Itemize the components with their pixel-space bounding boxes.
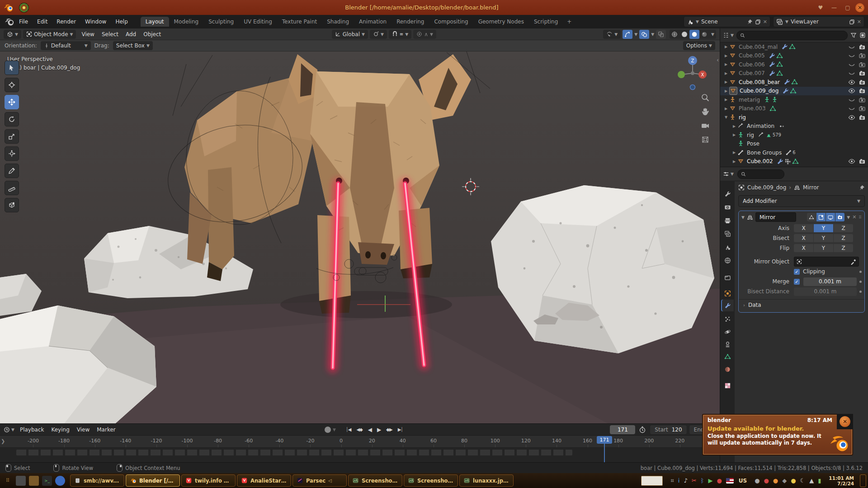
taskbar-window-analiestar-[interactable]: AnalieStar ... xyxy=(237,474,291,487)
transform-orientation-dropdown[interactable]: Global ▼ xyxy=(332,30,368,39)
menu-render[interactable]: Render xyxy=(52,19,80,25)
properties-tab-collection[interactable] xyxy=(721,272,734,283)
outliner-row-cube-007[interactable]: ▶Cube.007 xyxy=(720,69,868,78)
minimize-button[interactable]: — xyxy=(828,3,840,13)
camera-disabled-icon[interactable] xyxy=(859,52,866,59)
lock-indicator-icon[interactable]: ● xyxy=(755,477,760,484)
snap-dropdown[interactable]: ▼ xyxy=(370,30,387,39)
workspace-tab-animation[interactable]: Animation xyxy=(354,17,392,27)
blender-menu-icon[interactable] xyxy=(5,17,14,27)
proportional-editing-dropdown[interactable]: ∧ ▼ xyxy=(413,30,436,39)
display-mode-icon[interactable] xyxy=(859,32,866,38)
outliner-row-cube-004-mal[interactable]: ▶Cube.004_mal xyxy=(720,42,868,52)
modifier-extras-dropdown[interactable]: ▼ xyxy=(847,215,850,220)
disclosure-arrow-icon[interactable]: ▶ xyxy=(723,98,729,102)
timeline-menu-playback[interactable]: Playback xyxy=(16,427,48,433)
axis-z-button[interactable]: Z xyxy=(834,224,853,232)
camera-disabled-icon[interactable] xyxy=(859,61,866,68)
viewport-menu-select[interactable]: Select xyxy=(98,31,122,38)
eye-open-icon[interactable] xyxy=(848,79,855,86)
taskbar-window-lunaxxx-jpg-[interactable]: lunaxxx.jpg... xyxy=(459,474,514,487)
properties-tab-scene[interactable] xyxy=(721,241,734,253)
eye-open-icon[interactable] xyxy=(848,87,855,94)
taskbar-window-twily-info-[interactable]: twily.info ~... xyxy=(181,474,236,487)
gizmos-dropdown[interactable]: ▼ xyxy=(634,32,637,37)
data-subpanel-toggle[interactable]: › Data xyxy=(739,299,864,310)
taskbar-window-screenshot-[interactable]: Screenshot... xyxy=(348,474,402,487)
show-desktop-button[interactable] xyxy=(860,474,866,487)
current-frame-field[interactable]: 171 xyxy=(610,425,635,434)
menu-edit[interactable]: Edit xyxy=(33,19,52,25)
visibility-dropdown[interactable]: ▼ xyxy=(603,30,621,39)
merge-checkbox[interactable]: ✓ xyxy=(794,279,800,285)
status-grey-icon[interactable]: ◆ xyxy=(782,477,787,484)
eyedropper-icon[interactable] xyxy=(850,259,856,265)
scene-selector[interactable]: ▼ Scene ✕ xyxy=(684,16,770,27)
workspace-tab-sculpting[interactable]: Sculpting xyxy=(203,17,239,27)
archive-launcher[interactable] xyxy=(29,476,39,486)
disclosure-arrow-icon[interactable]: ▶ xyxy=(723,89,729,93)
auto-keying-button[interactable] xyxy=(325,427,331,433)
viewport-menu-view[interactable]: View xyxy=(78,31,98,38)
merge-threshold-field[interactable]: 0.001 m xyxy=(803,277,857,286)
axis-x-button[interactable]: X xyxy=(794,224,813,232)
stopwatch-icon[interactable] xyxy=(639,426,646,433)
outliner-row-plane-003[interactable]: ▶Plane.003 xyxy=(720,104,868,113)
workspace-pager[interactable] xyxy=(641,476,663,486)
properties-tab-texture[interactable] xyxy=(721,380,734,391)
render-display-toggle[interactable] xyxy=(835,213,844,221)
outliner-row-metarig[interactable]: ▶metarig xyxy=(720,95,868,104)
terminal-launcher[interactable]: >_ xyxy=(42,476,52,486)
options-dropdown[interactable]: Options ▼ xyxy=(683,41,715,50)
copy-icon[interactable] xyxy=(849,19,855,25)
recorder-icon[interactable]: ● xyxy=(717,477,722,484)
copy-icon[interactable] xyxy=(755,19,761,25)
taskbar-window-screenshot-[interactable]: Screenshot... xyxy=(404,474,458,487)
perspective-toggle-icon[interactable] xyxy=(701,135,710,144)
bisect-distance-field[interactable]: 0.001 m xyxy=(794,287,857,296)
wireframe-shading-button[interactable] xyxy=(670,30,679,39)
properties-tab-object[interactable] xyxy=(721,287,734,299)
workspace-tab-uv-editing[interactable]: UV Editing xyxy=(239,17,277,27)
properties-tab-viewlayer[interactable] xyxy=(721,228,734,239)
modifier-name-field[interactable]: Mirror xyxy=(755,212,796,222)
outliner-row-pose[interactable]: Pose xyxy=(720,140,868,149)
viewport-3d-canvas[interactable]: User Perspective (171) boar | Cube.009_d… xyxy=(0,52,720,425)
sidebar-collapse-arrow[interactable]: ‹ xyxy=(717,57,719,63)
xray-toggle[interactable] xyxy=(656,30,666,39)
frame-start-field[interactable]: Start 120 xyxy=(650,425,687,435)
clipping-checkbox[interactable]: ✓ xyxy=(794,269,800,275)
properties-tab-render[interactable] xyxy=(721,201,734,213)
workspace-tab-texture-paint[interactable]: Texture Paint xyxy=(277,17,322,27)
add-modifier-button[interactable]: Add Modifier ▼ xyxy=(738,195,865,207)
workspace-tab-rendering[interactable]: Rendering xyxy=(392,17,429,27)
animate-dot[interactable] xyxy=(859,271,862,273)
disclosure-arrow-icon[interactable]: ▶ xyxy=(731,150,737,155)
camera-enabled-icon[interactable] xyxy=(859,114,866,121)
unlink-scene-icon[interactable]: ✕ xyxy=(763,19,767,25)
disclosure-arrow-icon[interactable]: ▶ xyxy=(723,54,729,58)
workspace-tab-layout[interactable]: Layout xyxy=(141,17,169,27)
keying-dropdown[interactable]: ▼ xyxy=(333,427,336,432)
disclosure-arrow-icon[interactable]: ▶ xyxy=(731,133,737,137)
eye-closed-icon[interactable] xyxy=(848,52,855,59)
status-red-icon[interactable]: ● xyxy=(764,477,769,484)
eye-closed-icon[interactable] xyxy=(848,105,855,112)
outliner-row-cube-005[interactable]: ▶Cube.005 xyxy=(720,52,868,61)
outliner-row-rig[interactable]: ▼rig xyxy=(720,113,868,122)
properties-tab-tool[interactable] xyxy=(721,188,734,200)
file-manager-launcher[interactable] xyxy=(16,476,26,486)
properties-tab-constraints[interactable] xyxy=(721,338,734,350)
properties-tab-output[interactable] xyxy=(721,215,734,226)
pan-hand-icon[interactable] xyxy=(701,107,710,116)
maximize-button[interactable]: ▢ xyxy=(842,3,854,13)
camera-disabled-icon[interactable] xyxy=(859,96,866,103)
taskbar-window-blender-h-[interactable]: Blender [/h... xyxy=(126,474,180,487)
collapse-modifier-icon[interactable]: ▼ xyxy=(741,215,745,220)
clock[interactable]: 11:01 AM 7/2/24 xyxy=(829,475,854,486)
close-button[interactable]: ✕ xyxy=(855,3,864,12)
properties-tab-material[interactable] xyxy=(721,363,734,375)
keyboard-layout-indicator[interactable]: US xyxy=(739,478,747,484)
animate-dot[interactable] xyxy=(859,281,862,283)
jump-to-start-button[interactable]: ⏐◀ xyxy=(344,427,353,432)
